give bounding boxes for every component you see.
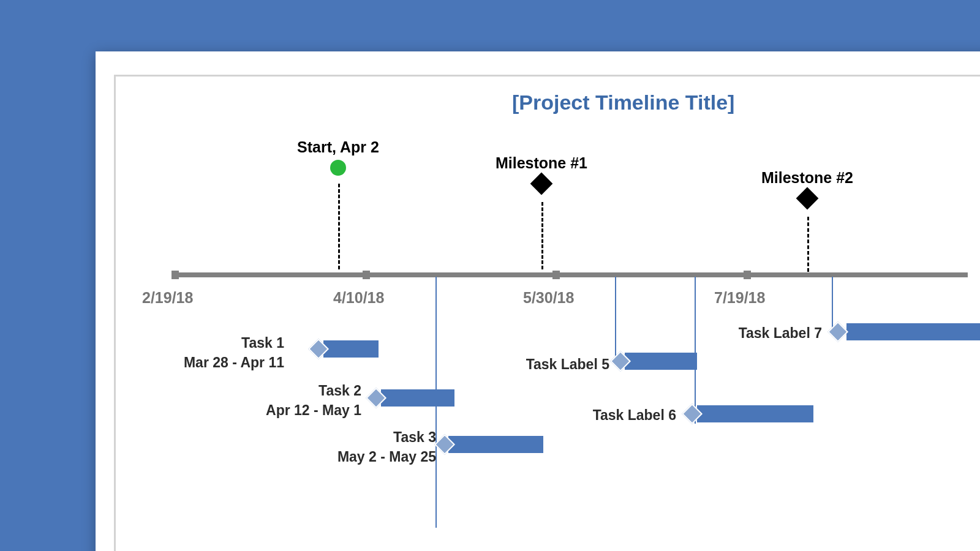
task-label: Task Label 7 [739, 323, 822, 343]
axis-tick [744, 271, 751, 279]
chart-title: [Project Timeline Title] [512, 91, 734, 114]
task-start-diamond-icon [827, 321, 848, 342]
milestone-label: Milestone #2 [746, 169, 869, 187]
task-bar [625, 353, 697, 370]
task-range: May 2 - May 25 [337, 447, 436, 467]
axis-tick-label: 4/10/18 [333, 289, 384, 307]
document-page: [Project Timeline Title] 2/19/184/10/185… [96, 51, 980, 551]
task-bar [381, 389, 454, 407]
task-bar [697, 405, 813, 422]
timeline-axis [172, 271, 968, 279]
axis-tick-label: 5/30/18 [523, 289, 574, 307]
task-connector-line [695, 277, 696, 424]
task-name: Task Label 6 [593, 405, 676, 425]
axis-line [172, 272, 968, 277]
diamond-marker-icon [796, 187, 819, 210]
axis-tick [172, 271, 179, 279]
task-name: Task Label 5 [526, 354, 609, 374]
milestone-drop-line [338, 184, 340, 269]
task-label: Task Label 5 [526, 354, 609, 374]
task-bar [448, 436, 543, 453]
task-bar [846, 323, 980, 340]
circle-marker-icon [330, 160, 346, 176]
milestone-drop-line [807, 217, 809, 272]
diamond-marker-icon [530, 173, 553, 195]
task-range: Mar 28 - Apr 11 [184, 353, 284, 372]
milestone-label: Start, Apr 2 [277, 138, 399, 156]
milestone: Start, Apr 2 [277, 138, 399, 178]
task-label: Task Label 6 [593, 405, 676, 425]
task-label: Task 3May 2 - May 25 [337, 427, 436, 467]
axis-tick-label: 7/19/18 [714, 289, 765, 307]
task-name: Task 3 [337, 427, 436, 447]
task-connector-line [615, 277, 616, 362]
milestone: Milestone #1 [480, 154, 603, 194]
milestone: Milestone #2 [746, 169, 869, 209]
chart-area: [Project Timeline Title] 2/19/184/10/185… [96, 51, 980, 551]
task-name: Task Label 7 [739, 323, 822, 343]
milestone-drop-line [541, 202, 543, 269]
axis-tick [552, 271, 560, 279]
task-label: Task 1Mar 28 - Apr 11 [184, 333, 284, 372]
milestone-label: Milestone #1 [480, 154, 603, 172]
axis-tick [363, 271, 370, 279]
task-range: Apr 12 - May 1 [266, 400, 361, 420]
task-name: Task 1 [184, 333, 284, 353]
task-bar [323, 340, 379, 358]
task-label: Task 2Apr 12 - May 1 [266, 381, 361, 420]
axis-tick-label: 2/19/18 [142, 289, 193, 307]
task-name: Task 2 [266, 381, 361, 400]
